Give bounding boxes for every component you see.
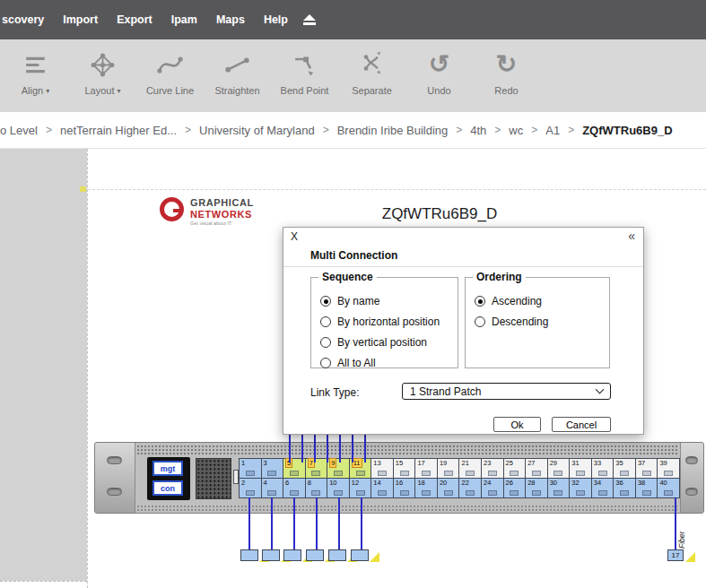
port-1[interactable]: 1 bbox=[239, 459, 261, 479]
eject-icon[interactable] bbox=[303, 14, 316, 25]
port-40[interactable]: 40 bbox=[657, 479, 679, 498]
tool-straighten[interactable]: Straighten bbox=[204, 48, 271, 96]
crumb-wc[interactable]: wc bbox=[509, 124, 523, 137]
close-button[interactable]: X bbox=[291, 230, 298, 243]
port-18[interactable]: 18 bbox=[414, 479, 437, 498]
menu-item-scovery[interactable]: scovery bbox=[2, 13, 44, 26]
connection-line[interactable] bbox=[271, 497, 273, 549]
connection-line[interactable] bbox=[301, 433, 303, 463]
menu-item-help[interactable]: Help bbox=[264, 13, 288, 26]
tool-bend-point[interactable]: Bend Point bbox=[271, 48, 338, 96]
port-24[interactable]: 24 bbox=[481, 479, 503, 498]
port-jack bbox=[532, 490, 541, 496]
port-9[interactable]: 9 bbox=[327, 459, 349, 479]
radio-ascending[interactable]: Ascending bbox=[475, 295, 609, 307]
tool-label: Curve Line bbox=[146, 85, 194, 96]
connection-line[interactable] bbox=[316, 497, 318, 549]
tool-layout[interactable]: Layout▾ bbox=[69, 48, 136, 96]
port-27[interactable]: 27 bbox=[525, 459, 547, 479]
port-13[interactable]: 13 bbox=[370, 459, 393, 479]
crumb-a1[interactable]: A1 bbox=[545, 124, 560, 137]
port-19[interactable]: 19 bbox=[437, 459, 459, 479]
tool-redo[interactable]: ↻Redo bbox=[473, 48, 540, 96]
ok-button[interactable]: Ok bbox=[493, 417, 541, 432]
connection-line[interactable] bbox=[364, 433, 366, 463]
tool-undo[interactable]: ↺Undo bbox=[405, 48, 473, 96]
crumb-brendin-iribe-building[interactable]: Brendin Iribe Building bbox=[337, 124, 449, 137]
port-36[interactable]: 36 bbox=[613, 479, 635, 498]
port-34[interactable]: 34 bbox=[591, 479, 614, 498]
port-37[interactable]: 37 bbox=[635, 459, 658, 479]
crumb-netterrain-higher-ed[interactable]: netTerrain Higher Ed... bbox=[60, 124, 177, 137]
connection-line[interactable] bbox=[293, 497, 295, 549]
crumb-university-of-maryland[interactable]: University of Maryland bbox=[199, 124, 315, 137]
patch-panel-device[interactable]: mgt con 13579111315171921232527293133353… bbox=[94, 442, 704, 514]
menu-item-export[interactable]: Export bbox=[117, 13, 153, 26]
fiber-connector[interactable] bbox=[262, 549, 280, 561]
connection-line[interactable] bbox=[248, 497, 250, 549]
menu-item-ipam[interactable]: Ipam bbox=[171, 13, 197, 26]
diagram-canvas[interactable]: GRAPHICAL NETWORKS Get visual about IT. … bbox=[0, 149, 706, 588]
link-type-select[interactable]: 1 Strand Patch bbox=[402, 383, 611, 400]
port-31[interactable]: 31 bbox=[569, 459, 591, 479]
port-29[interactable]: 29 bbox=[547, 459, 570, 479]
tool-curve-line[interactable]: Curve Line bbox=[136, 48, 204, 96]
port-38[interactable]: 38 bbox=[635, 479, 658, 498]
port-6[interactable]: 6 bbox=[283, 479, 305, 498]
port-32[interactable]: 32 bbox=[569, 479, 591, 498]
port-21[interactable]: 21 bbox=[458, 459, 481, 479]
menu-item-maps[interactable]: Maps bbox=[216, 13, 245, 26]
port-39[interactable]: 39 bbox=[657, 459, 679, 479]
port-12[interactable]: 12 bbox=[349, 479, 371, 498]
port-20[interactable]: 20 bbox=[437, 479, 459, 498]
radio-label: Descending bbox=[492, 316, 548, 328]
tool-separate[interactable]: Separate bbox=[338, 48, 405, 96]
tool-label: Redo bbox=[494, 85, 518, 96]
port-14[interactable]: 14 bbox=[370, 479, 393, 498]
radio-by-vertical-position[interactable]: By vertical position bbox=[320, 336, 458, 349]
crumb-o-level[interactable]: o Level bbox=[0, 124, 38, 137]
port-15[interactable]: 15 bbox=[393, 459, 415, 479]
mgt-port[interactable]: mgt bbox=[153, 461, 183, 476]
port-16[interactable]: 16 bbox=[393, 479, 415, 498]
port-30[interactable]: 30 bbox=[547, 479, 570, 498]
port-17-fiber[interactable]: 17 bbox=[667, 549, 684, 561]
radio-descending[interactable]: Descending bbox=[475, 316, 609, 328]
connection-line[interactable] bbox=[327, 433, 328, 463]
fiber-connector[interactable] bbox=[283, 549, 301, 561]
port-8[interactable]: 8 bbox=[305, 479, 327, 498]
port-35[interactable]: 35 bbox=[613, 459, 635, 479]
fiber-connector[interactable] bbox=[351, 549, 369, 561]
connection-line[interactable] bbox=[352, 433, 353, 463]
radio-by-name[interactable]: By name bbox=[320, 295, 458, 307]
port-23[interactable]: 23 bbox=[481, 459, 503, 479]
fiber-connector[interactable] bbox=[328, 549, 346, 561]
connection-line[interactable] bbox=[338, 497, 340, 549]
radio-all-to-all[interactable]: All to All bbox=[320, 357, 458, 369]
crumb-4th[interactable]: 4th bbox=[470, 124, 486, 137]
fiber-connector[interactable] bbox=[240, 549, 258, 561]
port-33[interactable]: 33 bbox=[591, 459, 614, 479]
connection-line[interactable] bbox=[339, 433, 341, 463]
port-25[interactable]: 25 bbox=[503, 459, 526, 479]
connection-line[interactable] bbox=[314, 433, 316, 463]
radio-by-horizontal-position[interactable]: By horizontal position bbox=[320, 316, 458, 328]
port-jack bbox=[532, 471, 541, 476]
cancel-button[interactable]: Cancel bbox=[552, 417, 611, 432]
port-28[interactable]: 28 bbox=[525, 479, 547, 498]
connection-line[interactable] bbox=[361, 497, 362, 549]
port-22[interactable]: 22 bbox=[458, 479, 481, 498]
con-port[interactable]: con bbox=[153, 480, 183, 496]
connection-line[interactable] bbox=[289, 433, 291, 463]
port-3[interactable]: 3 bbox=[261, 459, 283, 479]
connection-line[interactable] bbox=[675, 497, 676, 549]
port-10[interactable]: 10 bbox=[327, 479, 349, 498]
port-4[interactable]: 4 bbox=[261, 479, 283, 498]
port-2[interactable]: 2 bbox=[239, 479, 261, 498]
menu-item-import[interactable]: Import bbox=[63, 13, 98, 26]
collapse-button[interactable]: « bbox=[628, 229, 635, 243]
tool-align[interactable]: Align▾ bbox=[2, 48, 69, 96]
port-26[interactable]: 26 bbox=[503, 479, 526, 498]
fiber-connector[interactable] bbox=[306, 549, 324, 561]
port-17[interactable]: 17 bbox=[414, 459, 437, 479]
